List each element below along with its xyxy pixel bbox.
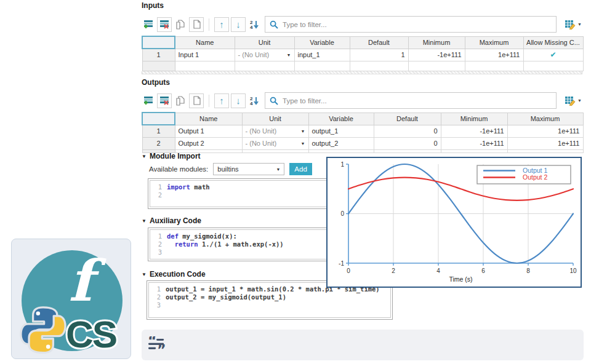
- inputs-filter-input[interactable]: Type to filter...: [265, 16, 557, 33]
- column-header-variable[interactable]: Variable: [308, 113, 374, 125]
- unit-dropdown-cell[interactable]: - (No Unit)▼: [235, 49, 294, 61]
- dropdown-caret-icon: ▼: [287, 53, 291, 57]
- delete-row-button[interactable]: [157, 17, 172, 32]
- maximum-cell[interactable]: 1e+111: [507, 125, 583, 137]
- collapse-caret-icon: ▼: [142, 272, 147, 277]
- empty-row: [142, 61, 583, 71]
- corner-header-cell[interactable]: [142, 113, 175, 125]
- sort-icon: 2 4: [249, 96, 259, 106]
- dropdown-caret-icon: ▼: [301, 141, 305, 146]
- paste-button[interactable]: [189, 17, 204, 32]
- add-row-icon: [143, 96, 154, 105]
- paste-button[interactable]: [189, 93, 204, 108]
- svg-text:4: 4: [436, 267, 440, 274]
- svg-text:0: 0: [340, 210, 344, 217]
- auxiliary-code-header[interactable]: ▼ Auxiliary Code: [142, 216, 201, 225]
- default-cell[interactable]: 0: [374, 125, 441, 137]
- unit-dropdown-cell[interactable]: - (No Unit)▼: [242, 137, 308, 149]
- module-import-title: Module Import: [150, 152, 201, 160]
- svg-text:“: “: [148, 336, 157, 349]
- inputs-table: Name Unit Variable Default Minimum Maxim…: [142, 36, 584, 71]
- svg-text:10: 10: [569, 267, 577, 274]
- module-select[interactable]: builtins ▼: [213, 163, 284, 175]
- minimum-cell[interactable]: -1e+111: [408, 49, 465, 61]
- inputs-table-hatch-strip: [142, 71, 582, 74]
- variable-cell[interactable]: output_2: [308, 137, 374, 149]
- column-header-default[interactable]: Default: [374, 113, 441, 125]
- row-number-cell[interactable]: 1: [142, 49, 175, 61]
- paste-icon: [193, 96, 201, 105]
- corner-header-cell[interactable]: [142, 36, 175, 49]
- column-header-unit[interactable]: Unit: [242, 113, 308, 125]
- minimum-cell[interactable]: -1e+111: [441, 125, 507, 137]
- toolbar-separator: [209, 18, 209, 31]
- move-down-icon: ↓: [236, 20, 241, 29]
- add-row-button[interactable]: [142, 17, 155, 32]
- auxiliary-code-title: Auxiliary Code: [150, 216, 201, 225]
- inputs-section-title: Inputs: [142, 1, 164, 10]
- execution-code-header[interactable]: ▼ Execution Code: [142, 270, 206, 279]
- default-cell[interactable]: 1: [350, 49, 408, 61]
- preview-plot-svg: 10-10246810Time (s)Output 1Output 2: [328, 158, 581, 287]
- column-header-maximum[interactable]: Maximum: [507, 113, 583, 125]
- move-down-button[interactable]: ↓: [231, 93, 246, 108]
- code-line[interactable]: 3: [153, 301, 387, 309]
- add-row-icon: [143, 20, 154, 29]
- column-header-minimum[interactable]: Minimum: [441, 113, 507, 125]
- svg-text:0: 0: [347, 267, 350, 274]
- move-up-button[interactable]: ↑: [214, 93, 229, 108]
- minimum-cell[interactable]: -1e+111: [441, 137, 507, 149]
- unit-dropdown-cell[interactable]: - (No Unit)▼: [242, 125, 308, 137]
- module-import-header[interactable]: ▼ Module Import: [142, 152, 201, 160]
- cs-label: CS: [66, 313, 116, 355]
- copy-button[interactable]: [174, 93, 187, 108]
- filter-placeholder: Type to filter...: [283, 97, 327, 105]
- row-number-cell[interactable]: 1: [142, 125, 175, 137]
- variable-cell[interactable]: input_1: [294, 49, 350, 61]
- column-settings-button[interactable]: ▼: [564, 17, 582, 32]
- column-settings-button[interactable]: ▼: [564, 93, 582, 108]
- column-header-minimum[interactable]: Minimum: [408, 36, 465, 49]
- outputs-filter-input[interactable]: Type to filter...: [265, 92, 557, 109]
- preview-plot: 10-10246810Time (s)Output 1Output 2: [326, 157, 582, 288]
- table-row: 2 Output 2 - (No Unit)▼ output_2 0 -1e+1…: [142, 137, 583, 149]
- allow-missing-checkbox[interactable]: ✔: [523, 49, 583, 61]
- copy-button[interactable]: [174, 17, 187, 32]
- column-header-variable[interactable]: Variable: [294, 36, 350, 49]
- maximum-cell[interactable]: 1e+111: [507, 137, 583, 149]
- name-cell[interactable]: Output 2: [175, 137, 242, 149]
- sort-icon: 2 4: [249, 20, 259, 30]
- empty-row: [142, 149, 583, 152]
- column-header-name[interactable]: Name: [175, 113, 242, 125]
- column-header-maximum[interactable]: Maximum: [465, 36, 523, 49]
- add-row-button[interactable]: [142, 93, 155, 108]
- svg-text:”: ”: [157, 342, 166, 354]
- column-header-allow-missing[interactable]: Allow Missing C...: [523, 36, 583, 49]
- outputs-section-title: Outputs: [142, 78, 170, 87]
- svg-text:4: 4: [250, 101, 253, 106]
- column-header-unit[interactable]: Unit: [235, 36, 294, 49]
- maximum-cell[interactable]: 1e+111: [465, 49, 523, 61]
- row-number-cell[interactable]: 2: [142, 137, 175, 149]
- name-cell[interactable]: Output 1: [175, 125, 242, 137]
- svg-text:2: 2: [392, 267, 395, 274]
- move-up-icon: ↑: [219, 96, 224, 105]
- column-header-name[interactable]: Name: [175, 36, 235, 49]
- move-up-button[interactable]: ↑: [214, 17, 229, 32]
- column-header-default[interactable]: Default: [350, 36, 408, 49]
- default-cell[interactable]: 0: [374, 137, 441, 149]
- delete-row-button[interactable]: [157, 93, 172, 108]
- move-down-button[interactable]: ↓: [231, 17, 246, 32]
- sort-button[interactable]: 2 4: [247, 93, 261, 108]
- sort-button[interactable]: 2 4: [247, 17, 261, 32]
- add-module-button[interactable]: Add: [289, 163, 312, 175]
- svg-text:6: 6: [481, 267, 485, 274]
- search-icon: [270, 97, 278, 105]
- select-caret-icon: ▼: [276, 167, 280, 172]
- name-cell[interactable]: Input 1: [175, 49, 235, 61]
- code-line[interactable]: 2output_2 = my_sigmoid(output_1): [153, 293, 387, 301]
- variable-cell[interactable]: output_1: [308, 125, 374, 137]
- documentation-bar: “ ”: [142, 330, 584, 360]
- copy-icon: [176, 96, 185, 106]
- column-settings-icon: [565, 96, 576, 106]
